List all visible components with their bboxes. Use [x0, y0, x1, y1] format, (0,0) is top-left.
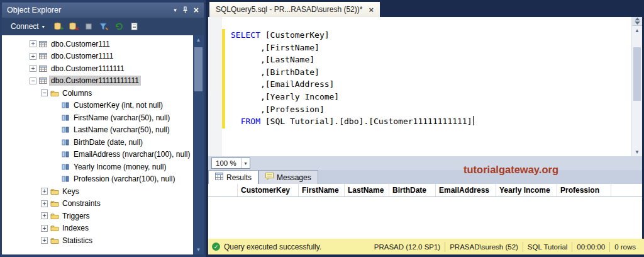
sql-editor[interactable]: SELECT [CustomerKey] ,[FirstName] ,[Last…: [208, 17, 642, 156]
code-line[interactable]: ,[Yearly Income]: [231, 91, 474, 103]
chevron-down-icon: ▾: [42, 24, 45, 30]
collapse-icon[interactable]: −: [30, 77, 36, 84]
row-header-corner[interactable]: [208, 184, 238, 197]
scroll-up-icon[interactable]: ▲: [632, 26, 642, 35]
collapse-icon[interactable]: −: [41, 89, 48, 96]
status-message: Query executed successfully.: [224, 243, 321, 251]
tree-item[interactable]: EmailAddress (nvarchar(100), null): [2, 149, 193, 161]
tree-item[interactable]: FirstName (varchar(50), null): [2, 111, 193, 124]
tree-item-label: LastName (varchar(50), null): [72, 125, 172, 135]
scroll-down-icon[interactable]: ▼: [193, 245, 204, 254]
toolbar-icons: [52, 21, 141, 33]
folder-icon: [50, 237, 60, 244]
scroll-down-icon[interactable]: ▼: [632, 147, 642, 156]
expand-icon[interactable]: +: [41, 188, 48, 195]
tree-item[interactable]: −dbo.Customer11111111111: [2, 75, 193, 88]
pin-icon[interactable]: [182, 6, 189, 14]
filter-icon[interactable]: [97, 21, 111, 33]
watermark: tutorialgateway.org: [464, 164, 558, 176]
column-header-birthdate[interactable]: BirthDate: [389, 184, 436, 197]
tree-item-label: Constraints: [60, 198, 103, 208]
tree-item-label: Profession (varchar(100), null): [72, 174, 177, 184]
expand-spacer: [52, 102, 59, 109]
panel-title: Object Explorer: [7, 6, 169, 14]
stop-icon[interactable]: [82, 21, 96, 33]
tree-item[interactable]: +Constraints: [2, 198, 193, 210]
scroll-up-icon[interactable]: ▲: [193, 35, 204, 45]
tree-item[interactable]: −Columns: [2, 87, 193, 100]
expand-icon[interactable]: +: [41, 237, 48, 244]
tree-item[interactable]: Yearly Income (money, null): [2, 161, 193, 173]
column-header-firstname[interactable]: FirstName: [299, 184, 345, 197]
tree-item-label: CustomerKey (int, not null): [72, 100, 165, 110]
tree-item[interactable]: +Keys: [2, 185, 193, 198]
tree-item-label: Keys: [60, 186, 81, 197]
tree-item[interactable]: +dbo.Customer1111: [2, 50, 193, 63]
tree-item[interactable]: LastName (varchar(50), null): [2, 124, 193, 137]
expand-icon[interactable]: +: [30, 53, 36, 60]
results-grid: CustomerKeyFirstNameLastNameBirthDateEma…: [208, 184, 642, 239]
column-header-yearly-income[interactable]: Yearly Income: [496, 184, 557, 197]
tree-item[interactable]: CustomerKey (int, not null): [2, 100, 193, 112]
tree-item-label: Columns: [60, 88, 94, 98]
object-explorer-titlebar[interactable]: Object Explorer ▾ ×: [2, 3, 204, 18]
object-explorer-panel: Object Explorer ▾ × Connect ▾ +dbo.Custo…: [0, 0, 206, 257]
results-grid-icon: [215, 173, 223, 182]
status-user: PRASAD\suresh (52): [445, 243, 523, 251]
column-header-emailaddress[interactable]: EmailAddress: [436, 184, 496, 197]
expand-icon[interactable]: +: [41, 200, 48, 207]
tree-item[interactable]: +Triggers: [2, 210, 193, 222]
messages-icon: [265, 173, 274, 182]
column-header-profession[interactable]: Profession: [557, 184, 611, 197]
tab-close-icon[interactable]: ×: [369, 5, 374, 14]
close-icon[interactable]: ×: [194, 5, 199, 15]
code-line[interactable]: ,[EmailAddress]: [231, 78, 474, 91]
expand-icon[interactable]: +: [41, 212, 48, 219]
tree-item[interactable]: Profession (varchar(100), null): [2, 173, 193, 186]
refresh-icon[interactable]: [113, 21, 126, 33]
editor-scrollbar[interactable]: ▲ ▼: [631, 17, 642, 156]
zoom-selector[interactable]: 100 % ▾: [211, 157, 250, 169]
chevron-down-icon[interactable]: ▾: [241, 158, 250, 168]
code-line[interactable]: SELECT [CustomerKey]: [231, 29, 474, 42]
column-icon: [62, 126, 72, 134]
tree-item[interactable]: +dbo.Customer111: [2, 38, 193, 50]
tab-label: Messages: [277, 173, 311, 182]
object-explorer-toolbar: Connect ▾: [2, 18, 204, 35]
folder-icon: [50, 89, 60, 97]
tree-item-label: Statistics: [60, 236, 94, 246]
code-line[interactable]: ,[Profession]: [231, 103, 474, 116]
tree-item-label: dbo.Customer111: [49, 39, 112, 49]
scrollbar-thumb[interactable]: [194, 47, 203, 91]
tree-item[interactable]: +Statistics: [2, 234, 193, 247]
tree-scrollbar[interactable]: ▲ ▼: [193, 35, 204, 254]
tree-item[interactable]: BirthDate (date, null): [2, 136, 193, 149]
tree-item[interactable]: +Indexes: [2, 222, 193, 235]
code-line[interactable]: ,[BirthDate]: [231, 66, 474, 79]
tree-item[interactable]: +dbo.Customer1111111: [2, 62, 193, 75]
table-icon: [39, 52, 49, 60]
status-rows: 0 rows: [610, 243, 640, 251]
tab-results[interactable]: Results: [208, 170, 258, 184]
expand-icon[interactable]: +: [41, 225, 48, 232]
tab-messages[interactable]: Messages: [258, 170, 318, 184]
expand-icon[interactable]: +: [30, 65, 36, 72]
document-tab[interactable]: SQLQuery5.sql - PR...RASAD\suresh (52))*…: [209, 2, 380, 17]
expand-spacer: [52, 139, 59, 146]
connect-icon[interactable]: [52, 21, 65, 33]
code-line[interactable]: ,[LastName]: [231, 54, 474, 66]
script-icon[interactable]: [128, 21, 141, 33]
code-line[interactable]: FROM [SQL Tutorial].[dbo].[Customer11111…: [231, 115, 474, 128]
scrollbar-thumb[interactable]: [633, 47, 641, 101]
window-position-icon[interactable]: ▾: [174, 7, 177, 13]
column-header-lastname[interactable]: LastName: [345, 184, 389, 197]
connect-button[interactable]: Connect ▾: [6, 20, 50, 33]
column-icon: [62, 175, 72, 183]
disconnect-icon[interactable]: [67, 21, 80, 33]
splitter-button[interactable]: [632, 17, 642, 26]
status-bar: ✓ Query executed successfully. PRASAD (1…: [208, 239, 644, 254]
expand-spacer: [52, 151, 59, 158]
code-line[interactable]: ,[FirstName]: [231, 42, 474, 54]
expand-icon[interactable]: +: [30, 40, 36, 47]
column-header-customerkey[interactable]: CustomerKey: [238, 184, 299, 197]
